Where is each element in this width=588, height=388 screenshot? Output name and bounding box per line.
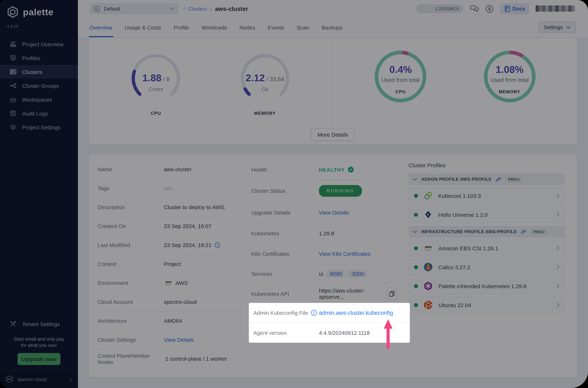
sidebar-footer: spectro cloud ‹ [0, 370, 78, 388]
detail-row-cluster-settings: Cluster Settings View Details [98, 330, 240, 349]
breadcrumb-separator: / [183, 6, 185, 12]
detail-row-environment: Environment aws AWS [98, 274, 240, 292]
admin-kubeconfig-link[interactable]: admin.aws-cluster.kubeconfig [319, 310, 393, 316]
docs-button[interactable]: Docs [500, 3, 529, 14]
tab-overview[interactable]: Overview [90, 18, 112, 37]
breadcrumb-current: aws-cluster [215, 5, 248, 12]
tab-nodes[interactable]: Nodes [239, 18, 255, 37]
project-selector[interactable]: Default [90, 3, 178, 14]
profile-item-kubecost[interactable]: Kubecost 1.103.3 [408, 187, 565, 204]
gauges-section: 1.88 / 8 Cores CPU 2.12 / 33.64 Gb [89, 38, 332, 144]
detail-row-services: Services ui :8080 :3000 [251, 264, 397, 284]
calico-icon [423, 262, 433, 272]
memory-donut: 1.08% Used from total MEMORY [468, 38, 551, 144]
sidebar-item-profiles[interactable]: Profiles [0, 51, 78, 65]
detail-row-k8s-certificates: K8s Certificates View K8s Certificates [251, 244, 397, 264]
hello-universe-icon [423, 210, 433, 219]
book-icon [504, 5, 510, 12]
status-dot [414, 303, 418, 307]
settings-button[interactable]: Settings [538, 22, 576, 33]
palette-logo-icon [7, 6, 19, 18]
view-k8s-certificates-link[interactable]: View K8s Certificates [319, 251, 370, 257]
promo-line2: for what you use! [4, 342, 74, 348]
more-details-button[interactable]: More Details [311, 129, 355, 141]
brand-logo-row: palette [0, 0, 78, 18]
sidebar-item-project-overview[interactable]: Project Overview [0, 37, 78, 51]
clusters-icon [10, 69, 16, 75]
detail-row-context: Context Project [98, 255, 240, 274]
aws-logo-icon: aws [164, 280, 173, 286]
status-dot [414, 194, 418, 198]
ubuntu-icon [423, 300, 433, 310]
detail-row-cluster-status: Cluster Status RUNNING [251, 180, 397, 202]
cluster-details-card: Name aws-cluster Tags n/a Description Cl… [89, 155, 577, 377]
profile-item-amazon-ebs-csi[interactable]: aws Amazon EBS CSI 1.26.1 [408, 240, 565, 256]
sidebar-spacer [0, 134, 78, 317]
app-version: 4.4.19 [7, 24, 78, 28]
sidebar-item-cluster-groups[interactable]: Cluster Groups [0, 79, 78, 93]
chevron-right-icon [556, 302, 560, 308]
profile-item-ubuntu[interactable]: Ubuntu 22.04 [408, 296, 565, 313]
service-port-8080-link[interactable]: :8080 [326, 270, 345, 278]
upgrade-view-details-link[interactable]: View Details [319, 210, 349, 216]
sidebar-item-clusters[interactable]: Clusters [0, 65, 78, 79]
status-dot [414, 213, 418, 217]
chat-button[interactable] [470, 5, 479, 13]
sidebar-item-project-settings[interactable]: Project Settings [0, 120, 78, 134]
redacted-user[interactable] [536, 5, 575, 11]
tab-workloads[interactable]: Workloads [201, 18, 227, 37]
kubecost-icon [423, 191, 433, 200]
check-circle-icon [347, 167, 354, 173]
running-badge: RUNNING [319, 185, 362, 196]
copy-api-button[interactable] [387, 288, 397, 300]
project-scope-badge: PROJ [505, 176, 522, 183]
sidebar-item-label: Clusters [22, 69, 42, 75]
sidebar-item-label: Audit Logs [22, 110, 48, 116]
audit-logs-icon [10, 110, 16, 117]
sidebar-item-audit-logs[interactable]: Audit Logs [0, 106, 78, 120]
brand-name: palette [23, 7, 53, 17]
detail-row-kubernetes: Kubernetes 1.29.8 [251, 223, 397, 244]
profile-item-hello-universe[interactable]: Hello Universe 1.2.0 [408, 206, 565, 223]
project-selector-value: Default [104, 6, 166, 12]
info-icon[interactable] [214, 242, 220, 248]
tab-scan[interactable]: Scan [297, 18, 309, 37]
sidebar-collapse-icon[interactable]: ‹ [70, 376, 72, 383]
chevron-right-icon [556, 193, 560, 198]
sidebar-item-label: Workspaces [22, 96, 52, 102]
profile-item-calico[interactable]: Calico 3.27.2 [408, 259, 565, 275]
cluster-settings-view-details-link[interactable]: View Details [164, 337, 194, 343]
sidebar-item-tenant-settings[interactable]: Tenant Settings [0, 317, 78, 331]
sidebar-item-workspaces[interactable]: Workspaces [0, 93, 78, 106]
copy-icon [389, 291, 394, 297]
chevron-right-icon [556, 212, 560, 217]
sidebar-item-label: Project Overview [22, 41, 64, 47]
svg-text:aws: aws [165, 280, 172, 284]
svg-text:aws: aws [425, 245, 432, 249]
breadcrumb-clusters-link[interactable]: Clusters [188, 6, 207, 12]
status-dot [414, 265, 418, 269]
tab-events[interactable]: Events [268, 18, 284, 37]
infrastructure-profile-group-header[interactable]: INFRASTRUCTURE PROFILE AWS-PROFILE PROJ [408, 226, 565, 238]
profile-item-palette-extended-kubernetes[interactable]: Palette eXtended Kubernetes 1.29.8 [408, 278, 565, 294]
tab-profile[interactable]: Profile [174, 18, 189, 37]
info-icon[interactable] [311, 310, 317, 316]
upgrade-promo: Start small and only pay for what you us… [0, 331, 78, 348]
status-dot [414, 284, 418, 288]
topbar: Default / Clusters / aws-cluster 1.29/10… [78, 0, 588, 18]
upgrade-now-button[interactable]: Upgrade now [18, 353, 60, 365]
help-button[interactable] [485, 4, 494, 13]
cluster-profiles-title: Cluster Profiles [408, 162, 565, 168]
service-port-3000-link[interactable]: :3000 [348, 270, 366, 278]
sidebar-item-label: Project Settings [22, 124, 60, 130]
tour-arrow-icon [383, 319, 394, 350]
app-window: palette 4.4.19 Project Overview Profiles [0, 0, 588, 388]
tab-backups[interactable]: Backups [321, 18, 342, 37]
addon-profile-group-header[interactable]: ADDON PROFILE AWS-PROFILE PROJ [408, 173, 565, 185]
status-dot [414, 246, 418, 250]
sidebar-nav: Project Overview Profiles Clusters [0, 37, 78, 134]
tab-usage-costs[interactable]: Usage & Costs [125, 18, 161, 37]
tabbar: Overview Usage & Costs Profile Workloads… [78, 18, 588, 37]
cluster-groups-icon [10, 82, 16, 89]
usage-overview-card: 1.88 / 8 Cores CPU 2.12 / 33.64 Gb [89, 38, 577, 144]
